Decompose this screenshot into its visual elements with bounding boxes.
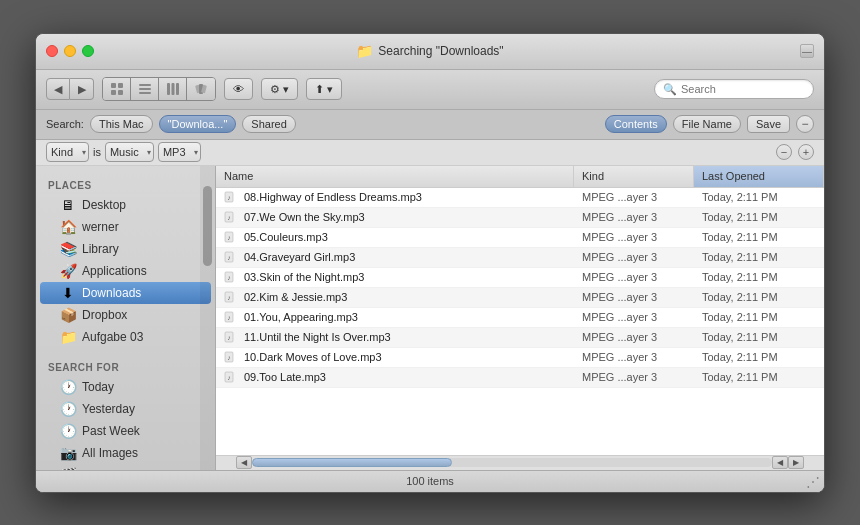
file-date-cell: Today, 2:11 PM [694,331,824,343]
file-kind-cell: MPEG ...ayer 3 [574,351,694,363]
horizontal-scrollbar[interactable]: ◀ ◀ ▶ [216,455,824,470]
resize-button[interactable]: — [800,44,814,58]
format-select[interactable]: MP3 [158,142,201,162]
h-scroll-track[interactable] [252,458,772,467]
desktop-icon: 🖥 [60,197,76,213]
table-row[interactable]: ♪ 10.Dark Moves of Love.mp3 MPEG ...ayer… [216,348,824,368]
file-name-text: 09.Too Late.mp3 [244,371,326,383]
dropbox-icon: 📦 [60,307,76,323]
file-kind-cell: MPEG ...ayer 3 [574,311,694,323]
downloads-scope-button[interactable]: "Downloa..." [159,115,237,133]
kind-column-header[interactable]: Kind [574,166,694,187]
file-date-cell: Today, 2:11 PM [694,271,824,283]
table-row[interactable]: ♪ 09.Too Late.mp3 MPEG ...ayer 3 Today, … [216,368,824,388]
sidebar-scroll-thumb[interactable] [203,186,212,266]
sidebar-item-label: All Images [82,446,138,460]
minimize-button[interactable] [64,45,76,57]
svg-rect-1 [118,83,123,88]
downloads-icon: ⬇ [60,285,76,301]
sidebar-item-yesterday[interactable]: 🕐 Yesterday [40,398,211,420]
sidebar-item-label: werner [82,220,119,234]
shared-scope-button[interactable]: Shared [242,115,295,133]
table-row[interactable]: ♪ 04.Graveyard Girl.mp3 MPEG ...ayer 3 T… [216,248,824,268]
file-name-text: 02.Kim & Jessie.mp3 [244,291,347,303]
is-label: is [93,146,101,158]
remove-filter-button[interactable]: − [776,144,792,160]
last-opened-column-header[interactable]: Last Opened [694,166,824,187]
this-mac-button[interactable]: This Mac [90,115,153,133]
file-rows: ♪ 08.Highway of Endless Dreams.mp3 MPEG … [216,188,824,455]
scroll-left-button[interactable]: ◀ [236,456,252,469]
table-row[interactable]: ♪ 08.Highway of Endless Dreams.mp3 MPEG … [216,188,824,208]
file-name-text: 07.We Own the Sky.mp3 [244,211,365,223]
sidebar-item-all-images[interactable]: 📷 All Images [40,442,211,464]
sidebar-item-today[interactable]: 🕐 Today [40,376,211,398]
svg-rect-9 [176,83,179,95]
sidebar-item-downloads[interactable]: ⬇ Downloads [40,282,211,304]
title-folder-icon: 📁 [356,43,373,59]
table-row[interactable]: ♪ 03.Skin of the Night.mp3 MPEG ...ayer … [216,268,824,288]
contents-button[interactable]: Contents [605,115,667,133]
file-name-text: 03.Skin of the Night.mp3 [244,271,364,283]
view-icon-button[interactable] [103,78,131,100]
back-button[interactable]: ◀ [46,78,70,100]
sidebar-item-label: Dropbox [82,308,127,322]
h-scroll-thumb[interactable] [252,458,452,467]
kind-select[interactable]: Kind [46,142,89,162]
search-input[interactable] [681,83,805,95]
finder-window: 📁 Searching "Downloads" — ◀ ▶ [35,33,825,493]
file-name-cell: ♪ 08.Highway of Endless Dreams.mp3 [216,190,574,204]
search-bar[interactable]: 🔍 [654,79,814,99]
view-list-button[interactable] [131,78,159,100]
music-file-icon: ♪ [224,230,238,244]
save-button[interactable]: Save [747,115,790,133]
traffic-lights [46,45,94,57]
table-row[interactable]: ♪ 02.Kim & Jessie.mp3 MPEG ...ayer 3 Tod… [216,288,824,308]
svg-rect-2 [111,90,116,95]
sidebar-item-applications[interactable]: 🚀 Applications [40,260,211,282]
resize-grip[interactable]: ⋰ [806,474,820,490]
file-kind-cell: MPEG ...ayer 3 [574,291,694,303]
sidebar-item-library[interactable]: 📚 Library [40,238,211,260]
share-button[interactable]: ⬆ ▾ [306,78,342,100]
file-kind-cell: MPEG ...ayer 3 [574,271,694,283]
sidebar-item-werner[interactable]: 🏠 werner [40,216,211,238]
file-name-cell: ♪ 05.Couleurs.mp3 [216,230,574,244]
scroll-right-button-2[interactable]: ▶ [788,456,804,469]
music-file-icon: ♪ [224,190,238,204]
sidebar-item-past-week[interactable]: 🕐 Past Week [40,420,211,442]
svg-text:♪: ♪ [227,234,231,241]
close-button[interactable] [46,45,58,57]
table-row[interactable]: ♪ 11.Until the Night Is Over.mp3 MPEG ..… [216,328,824,348]
music-type-select[interactable]: Music [105,142,154,162]
remove-search-button[interactable]: − [796,115,814,133]
svg-rect-3 [118,90,123,95]
file-name-text: 08.Highway of Endless Dreams.mp3 [244,191,422,203]
maximize-button[interactable] [82,45,94,57]
sidebar-item-aufgabe[interactable]: 📁 Aufgabe 03 [40,326,211,348]
add-filter-button[interactable]: + [798,144,814,160]
action-button[interactable]: ⚙ ▾ [261,78,298,100]
sidebar-item-desktop[interactable]: 🖥 Desktop [40,194,211,216]
type-select-wrap: Music [105,142,154,162]
svg-rect-8 [171,83,174,95]
share-icon: ⬆ [315,83,324,96]
table-row[interactable]: ♪ 07.We Own the Sky.mp3 MPEG ...ayer 3 T… [216,208,824,228]
name-column-header[interactable]: Name [216,166,574,187]
file-name-cell: ♪ 07.We Own the Sky.mp3 [216,210,574,224]
table-row[interactable]: ♪ 05.Couleurs.mp3 MPEG ...ayer 3 Today, … [216,228,824,248]
view-coverflow-button[interactable] [187,78,215,100]
scroll-right-button-1[interactable]: ◀ [772,456,788,469]
view-column-button[interactable] [159,78,187,100]
sidebar-item-dropbox[interactable]: 📦 Dropbox [40,304,211,326]
images-icon: 📷 [60,445,76,461]
file-name-cell: ♪ 03.Skin of the Night.mp3 [216,270,574,284]
file-date-cell: Today, 2:11 PM [694,291,824,303]
sidebar-scrollbar[interactable] [200,166,215,470]
home-icon: 🏠 [60,219,76,235]
file-kind-cell: MPEG ...ayer 3 [574,211,694,223]
eye-button[interactable]: 👁 [224,78,253,100]
file-name-button[interactable]: File Name [673,115,741,133]
forward-button[interactable]: ▶ [70,78,94,100]
table-row[interactable]: ♪ 01.You, Appearing.mp3 MPEG ...ayer 3 T… [216,308,824,328]
